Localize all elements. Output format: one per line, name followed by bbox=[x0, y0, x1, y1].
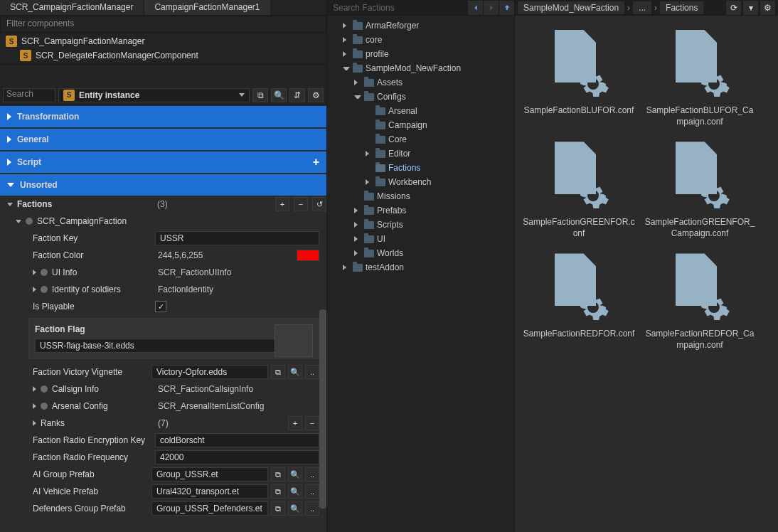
breadcrumb-leaf[interactable]: Factions bbox=[660, 1, 703, 14]
open-button[interactable]: ⧉ bbox=[271, 501, 285, 516]
section-general[interactable]: General bbox=[0, 129, 326, 150]
section-transformation[interactable]: Transformation bbox=[0, 106, 326, 127]
ranks-value: (7) bbox=[155, 418, 285, 428]
file-item[interactable]: SampleFactionGREENFOR_Campaign.conf bbox=[643, 142, 757, 239]
settings-button[interactable]: ⚙ bbox=[308, 88, 324, 102]
property-search-input[interactable]: Search bbox=[3, 88, 55, 102]
tree-node-corecfg[interactable]: Core bbox=[327, 132, 514, 147]
ai-group-input[interactable] bbox=[151, 467, 268, 482]
tree-node-arsenal[interactable]: Arsenal bbox=[327, 104, 514, 118]
file-item[interactable]: SampleFactionREDFOR_Campaign.conf bbox=[643, 253, 757, 351]
entity-selector[interactable]: S Entity instance bbox=[58, 88, 250, 102]
component-child-label: SCR_DelegateFactionManagerComponent bbox=[36, 50, 198, 60]
search-icon[interactable]: 🔍 bbox=[288, 467, 302, 482]
browse-button[interactable]: .. bbox=[305, 365, 319, 379]
color-swatch[interactable] bbox=[297, 250, 319, 261]
open-button[interactable]: ⧉ bbox=[271, 484, 285, 499]
prop-ui-info[interactable]: UI Info SCR_FactionUIInfo bbox=[0, 264, 326, 281]
tree-node-assets[interactable]: Assets bbox=[327, 75, 514, 90]
add-icon[interactable]: + bbox=[313, 156, 319, 169]
frequency-input[interactable] bbox=[155, 450, 319, 464]
file-item[interactable]: SampleFactionREDFOR.conf bbox=[522, 253, 636, 351]
tab-scr-campaignfactionmanager[interactable]: SCR_CampaignFactionManager bbox=[0, 0, 143, 15]
tree-node-workbench[interactable]: Workbench bbox=[327, 175, 514, 189]
breadcrumb-root[interactable]: SampleMod_NewFaction bbox=[518, 1, 624, 14]
breadcrumb-mid[interactable]: ... bbox=[633, 1, 651, 14]
reset-button[interactable]: ↺ bbox=[312, 197, 326, 211]
component-child[interactable]: S SCR_DelegateFactionManagerComponent bbox=[0, 48, 326, 63]
add-button[interactable]: + bbox=[288, 416, 302, 430]
victory-input[interactable] bbox=[151, 365, 268, 379]
nav-forward-button[interactable] bbox=[483, 1, 499, 15]
prop-arsenal[interactable]: Arsenal Config SCR_ArsenalItemListConfig bbox=[0, 398, 326, 415]
tree-node-samplemod[interactable]: SampleMod_NewFaction bbox=[327, 61, 514, 75]
tree-node-ui[interactable]: UI bbox=[327, 232, 514, 246]
browse-button[interactable]: .. bbox=[305, 484, 319, 499]
section-script[interactable]: Script + bbox=[0, 151, 326, 173]
prop-ranks[interactable]: Ranks (7) + − bbox=[0, 415, 326, 432]
filter-button[interactable]: ▾ bbox=[742, 1, 758, 15]
faction-key-input[interactable] bbox=[155, 231, 319, 245]
scrollbar-thumb[interactable] bbox=[319, 309, 326, 509]
tree-node-missions[interactable]: Missions bbox=[327, 189, 514, 203]
chevron-right-icon bbox=[7, 159, 11, 166]
tab-instance[interactable]: CampaignFactionManager1 bbox=[144, 0, 270, 15]
defenders-input[interactable] bbox=[151, 501, 268, 516]
tree-node-factions[interactable]: Factions bbox=[327, 161, 514, 175]
chevron-down-icon bbox=[7, 203, 13, 206]
external-link-button[interactable]: ⧉ bbox=[252, 88, 268, 102]
is-playable-checkbox[interactable] bbox=[155, 301, 166, 312]
flag-preview bbox=[275, 324, 313, 357]
remove-button[interactable]: − bbox=[305, 416, 319, 430]
tree-node-scripts[interactable]: Scripts bbox=[327, 218, 514, 232]
browse-button[interactable]: .. bbox=[305, 467, 319, 482]
file-item[interactable]: SampleFactionBLUFOR.conf bbox=[522, 30, 636, 127]
search-icon[interactable]: 🔍 bbox=[288, 365, 302, 379]
folder-open-icon bbox=[353, 65, 363, 73]
chevron-right-icon bbox=[343, 23, 350, 28]
tree-search-input[interactable]: Search Factions bbox=[327, 3, 467, 13]
file-grid: SampleFactionBLUFOR.confSampleFactionBLU… bbox=[515, 16, 778, 532]
tree-node-profile[interactable]: profile bbox=[327, 47, 514, 61]
filter-components-input[interactable]: Filter components bbox=[0, 16, 326, 33]
hierarchy-button[interactable]: ⇵ bbox=[289, 88, 305, 102]
file-item[interactable]: SampleFactionGREENFOR.conf bbox=[522, 142, 636, 239]
faction-item[interactable]: SCR_CampaignFaction bbox=[0, 213, 326, 230]
tree-node-prefabs[interactable]: Prefabs bbox=[327, 203, 514, 218]
component-root[interactable]: S SCR_CampaignFactionManager bbox=[0, 34, 326, 48]
settings-button[interactable]: ⚙ bbox=[760, 1, 775, 15]
tree-node-core[interactable]: core bbox=[327, 33, 514, 47]
entity-selector-label: Entity instance bbox=[79, 90, 139, 100]
file-item[interactable]: SampleFactionBLUFOR_Campaign.conf bbox=[643, 30, 757, 127]
open-button[interactable]: ⧉ bbox=[271, 467, 285, 482]
remove-button[interactable]: − bbox=[294, 197, 308, 211]
browse-button[interactable]: .. bbox=[305, 501, 319, 516]
factions-header[interactable]: Factions (3) + − ↺ bbox=[0, 196, 326, 213]
refresh-button[interactable]: ⟳ bbox=[725, 1, 741, 15]
encryption-input[interactable] bbox=[155, 433, 319, 447]
tree-node-arma[interactable]: ArmaReforger bbox=[327, 18, 514, 33]
search-icon[interactable]: 🔍 bbox=[288, 501, 302, 516]
dot-icon bbox=[26, 218, 33, 225]
callsign-value: SCR_FactionCallsignInfo bbox=[155, 384, 319, 394]
tree-node-configs[interactable]: Configs bbox=[327, 90, 514, 104]
nav-up-button[interactable] bbox=[499, 1, 514, 15]
tree-node-editor[interactable]: Editor bbox=[327, 147, 514, 161]
tree-node-testaddon[interactable]: testAddon bbox=[327, 260, 514, 275]
file-name: SampleFactionGREENFOR.conf bbox=[522, 217, 636, 239]
section-unsorted[interactable]: Unsorted bbox=[0, 174, 326, 196]
nav-back-button[interactable] bbox=[467, 1, 483, 15]
chevron-down-icon bbox=[239, 93, 245, 97]
search-icon[interactable]: 🔍 bbox=[288, 484, 302, 499]
tree-node-worlds[interactable]: Worlds bbox=[327, 246, 514, 260]
open-button[interactable]: ⧉ bbox=[271, 365, 285, 379]
prop-faction-color: Faction Color 244,5,6,255 bbox=[0, 247, 326, 264]
search-button[interactable]: 🔍 bbox=[271, 88, 287, 102]
faction-flag-input[interactable] bbox=[35, 339, 279, 353]
component-list: S SCR_CampaignFactionManager S SCR_Deleg… bbox=[0, 33, 326, 65]
ai-vehicle-input[interactable] bbox=[151, 484, 268, 499]
prop-identity[interactable]: Identity of soldiers FactionIdentity bbox=[0, 281, 326, 298]
add-button[interactable]: + bbox=[275, 197, 289, 211]
tree-node-campaign[interactable]: Campaign bbox=[327, 118, 514, 132]
prop-callsign[interactable]: Callsign Info SCR_FactionCallsignInfo bbox=[0, 381, 326, 398]
